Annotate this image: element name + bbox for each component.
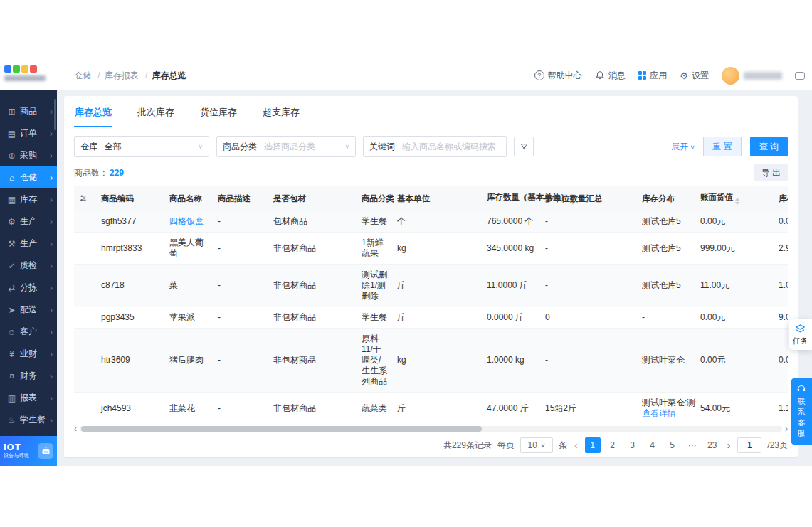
category-select[interactable]: 商品分类 选择商品分类 ∨ (216, 136, 356, 157)
column-header[interactable]: 账面货值 (696, 186, 774, 211)
table-row[interactable]: c8718 菜 - 非包材商品 测试删除1/测删除 斤 11.0000 斤 - … (74, 265, 788, 307)
tab[interactable]: 库存总览 (74, 99, 112, 127)
apps-button[interactable]: 应用 (638, 70, 668, 82)
column-header[interactable]: 商品分类 (357, 186, 393, 211)
view-detail-link[interactable]: 查看详情 (642, 408, 692, 419)
screen-icon[interactable] (795, 72, 805, 80)
product-name-link[interactable]: 菜 (169, 280, 178, 290)
cell-quantity: 0.0000 斤 (483, 307, 541, 329)
table-row[interactable]: sgfh5377 四格饭盒 - 包材商品 学生餐 个 765.0000 个 - … (74, 211, 788, 233)
page-button[interactable]: ··· (685, 437, 700, 453)
column-header[interactable]: 商品描述 (213, 186, 269, 211)
scrollbar-track[interactable] (80, 426, 782, 432)
sidebar-item[interactable]: ▥ 报表 › (0, 387, 57, 409)
warehouse-select[interactable]: 仓库 全部 ∨ (74, 136, 209, 157)
cell-unit: 斤 (393, 393, 483, 424)
sidebar-item[interactable]: ¤ 财务 › (0, 365, 57, 387)
next-page-button[interactable]: › (726, 440, 732, 451)
page-list: 12345···23 (585, 437, 720, 453)
tab[interactable]: 超支库存 (262, 99, 300, 127)
sidebar-item[interactable]: ⌂ 仓储 › (0, 166, 57, 188)
sidebar-item[interactable]: ✓ 质检 › (0, 255, 57, 277)
column-header[interactable]: 多单位数量汇总 (541, 186, 638, 211)
product-name-link[interactable]: 猪后腿肉 (169, 355, 204, 365)
column-header[interactable]: 商品编码 (97, 186, 165, 211)
sidebar-item[interactable]: ⚒ 生产 › (0, 233, 57, 255)
column-header[interactable]: 商品名称 (165, 186, 213, 211)
breadcrumb-item[interactable]: 库存总览 (152, 70, 186, 80)
sidebar-item[interactable]: ▤ 订单 › (0, 122, 57, 144)
sidebar-item[interactable]: ¥ 业财 › (0, 343, 57, 365)
cell-packaging: 非包材商品 (269, 393, 357, 424)
expand-toggle[interactable]: 展开 ∨ (671, 141, 695, 153)
search-button[interactable]: 查 询 (750, 137, 788, 156)
cell-unit: 斤 (393, 265, 483, 307)
sidebar-item-icon: ⇄ (6, 283, 17, 293)
table-row[interactable]: hmrpt3833 黑美人葡萄 - 非包材商品 1新鲜蔬果 kg 345.000… (74, 233, 788, 265)
tab[interactable]: 货位库存 (199, 99, 238, 127)
page-jump-input[interactable] (737, 437, 761, 453)
cell-multi-unit: - (541, 233, 638, 265)
product-name-link[interactable]: 韭菜花 (169, 403, 195, 413)
settings-button[interactable]: ⚙ 设置 (680, 70, 709, 82)
iot-banner[interactable]: IOT 设备与环境 (0, 436, 57, 466)
tab[interactable]: 批次库存 (137, 99, 175, 127)
sort-asc-icon[interactable] (735, 198, 739, 201)
headset-icon (796, 383, 806, 393)
sort-desc-icon[interactable] (735, 202, 739, 205)
scroll-left-icon[interactable]: ‹ (74, 425, 77, 432)
messages-button[interactable]: 消息 (595, 70, 626, 82)
column-header[interactable]: 基本单位 (393, 186, 483, 211)
page-button[interactable]: 1 (585, 437, 601, 453)
filter-funnel-button[interactable] (514, 137, 534, 156)
sidebar-scrollbar-thumb[interactable] (54, 99, 56, 130)
column-settings-icon[interactable] (78, 193, 88, 203)
keyword-input[interactable] (402, 142, 500, 151)
sort-icons[interactable] (735, 198, 739, 205)
cell-description: - (213, 307, 269, 329)
sidebar-item[interactable]: ♨ 学生餐 › (0, 409, 57, 431)
customer-service-button[interactable]: 联系客服 (791, 378, 812, 445)
page-button[interactable]: 5 (665, 437, 680, 453)
export-button[interactable]: 导 出 (754, 164, 788, 181)
table-row[interactable]: pgp3435 苹果派 - 非包材商品 学生餐 斤 0.0000 斤 0 - (74, 307, 788, 329)
column-header[interactable]: 库存分布 (638, 186, 696, 211)
sidebar-item[interactable]: ▦ 库存 › (0, 188, 57, 211)
reset-button[interactable]: 重 置 (703, 137, 741, 156)
table-row[interactable]: jch4593 韭菜花 - 非包材商品 蔬菜类 斤 47.0000 斤 15箱2… (74, 393, 788, 424)
product-name-link[interactable]: 黑美人葡萄 (169, 238, 204, 258)
horizontal-scrollbar[interactable]: ‹ › (74, 425, 788, 433)
sidebar-item[interactable]: ➤ 配送 › (0, 299, 57, 321)
page-button[interactable]: 3 (625, 437, 640, 453)
product-name-link[interactable]: 苹果派 (169, 312, 195, 322)
column-header[interactable]: 库存数量（基本单位） (483, 186, 541, 211)
page-button[interactable]: 2 (605, 437, 621, 453)
page-size-select[interactable]: 10∨ (520, 437, 553, 453)
sidebar-item[interactable]: ⚙ 生产 › (0, 211, 57, 233)
breadcrumb-item[interactable]: 库存报表 (105, 70, 139, 80)
avatar (722, 67, 739, 85)
apps-icon (638, 71, 647, 80)
column-header[interactable]: 库存均价 (774, 186, 788, 211)
breadcrumb-item[interactable]: 仓储 (74, 70, 91, 80)
sidebar-item[interactable]: ☺ 客户 › (0, 321, 57, 343)
scroll-right-icon[interactable]: › (785, 425, 788, 432)
sidebar-item-label: 仓储 (20, 171, 37, 183)
scrollbar-thumb[interactable] (81, 426, 482, 432)
page-button[interactable]: 23 (705, 437, 720, 453)
sidebar-item[interactable]: ⊞ 商品 › (0, 100, 57, 122)
page-button[interactable]: 4 (645, 437, 660, 453)
sidebar-item-label: 订单 (20, 127, 37, 139)
table-row[interactable]: htr3609 猪后腿肉 - 非包材商品 原料11/干调类/生生系列商品 kg … (74, 329, 788, 393)
sidebar-item[interactable]: ⇄ 分拣 › (0, 277, 57, 299)
prev-page-button[interactable]: ‹ (573, 440, 579, 451)
app-logo[interactable] (0, 60, 57, 90)
user-menu[interactable] (722, 67, 782, 85)
column-header[interactable]: 是否包材 (269, 186, 357, 211)
product-name-link[interactable]: 四格饭盒 (169, 216, 204, 226)
chevron-right-icon: › (50, 217, 53, 227)
sidebar-item[interactable]: ⊕ 采购 › (0, 144, 57, 166)
keyword-field[interactable]: 关键词 (363, 136, 507, 157)
help-center-button[interactable]: ? 帮助中心 (534, 70, 582, 82)
task-float-button[interactable]: 任务 (789, 319, 812, 350)
